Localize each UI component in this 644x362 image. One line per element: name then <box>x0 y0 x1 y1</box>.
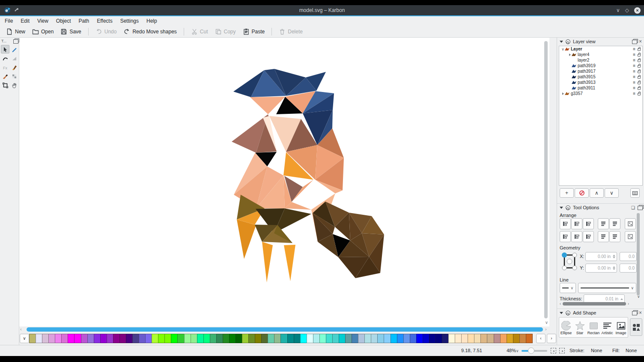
shape-ellipse[interactable]: Ellipse <box>559 321 573 335</box>
shape-star[interactable]: Star <box>573 321 587 335</box>
expander-closed-icon[interactable] <box>561 91 565 96</box>
color-swatch[interactable] <box>81 334 88 343</box>
layer-options-icon[interactable]: ≡ <box>633 58 635 62</box>
zoom-slider-thumb[interactable] <box>528 347 534 354</box>
align-left-button[interactable] <box>560 218 571 229</box>
color-swatch[interactable] <box>29 334 36 343</box>
color-swatch[interactable] <box>313 334 320 343</box>
color-swatch[interactable] <box>119 334 126 343</box>
scroll-right-icon[interactable]: › <box>628 302 629 306</box>
close-panel-icon[interactable]: × <box>639 39 642 45</box>
delete-layer-button[interactable] <box>575 188 589 198</box>
layer-row-layer4[interactable]: layer4≡ <box>559 52 642 57</box>
lock-icon[interactable] <box>638 59 641 62</box>
color-swatch[interactable] <box>210 334 217 343</box>
color-swatch[interactable] <box>487 334 494 343</box>
anchor-top-right[interactable] <box>572 253 577 257</box>
layer-row-g3357[interactable]: g3357≡ <box>559 91 642 96</box>
color-swatch[interactable] <box>384 334 391 343</box>
canvas[interactable]: ∨ <box>19 38 549 326</box>
layer-options-icon[interactable]: ≡ <box>633 47 635 51</box>
color-swatch[interactable] <box>132 334 139 343</box>
color-swatch[interactable] <box>191 334 197 343</box>
color-swatch[interactable] <box>423 334 429 343</box>
menu-settings[interactable]: Settings <box>116 17 143 25</box>
color-swatch[interactable] <box>364 334 371 343</box>
zoom-to-selection-icon[interactable] <box>551 348 556 353</box>
save-button[interactable]: Save <box>57 27 84 36</box>
color-swatch[interactable] <box>448 334 455 343</box>
color-swatch[interactable] <box>36 334 42 343</box>
color-swatch[interactable] <box>519 334 526 343</box>
tool-options-vscrollbar[interactable] <box>637 213 640 295</box>
align-right-button[interactable] <box>583 218 594 229</box>
delete-button[interactable]: Delete <box>275 27 306 36</box>
shape-image[interactable]: Image <box>614 321 628 335</box>
lock-icon[interactable] <box>638 48 641 51</box>
shade-window-icon[interactable]: ∨ <box>616 7 620 13</box>
align-bottom-button[interactable] <box>583 231 594 242</box>
menu-edit[interactable]: Edit <box>17 17 33 25</box>
scroll-down-icon[interactable]: ∨ <box>545 320 548 325</box>
calligraphy-tool[interactable] <box>10 63 18 71</box>
collapse-panel-icon[interactable] <box>560 312 563 314</box>
shape-rectan[interactable]: Rectan <box>587 321 600 335</box>
layer-row-path3919[interactable]: path3919≡ <box>559 63 642 68</box>
zoom-slider[interactable] <box>522 350 547 352</box>
color-swatch[interactable] <box>287 334 294 343</box>
anchor-top-left[interactable] <box>562 252 567 258</box>
zoom-to-page-icon[interactable] <box>559 348 565 353</box>
align-center-horizontal-button[interactable] <box>571 218 582 229</box>
lock-icon[interactable] <box>638 71 641 73</box>
color-swatch[interactable] <box>42 334 49 343</box>
color-swatch[interactable] <box>55 334 62 343</box>
menu-file[interactable]: File <box>1 17 17 25</box>
color-swatch[interactable] <box>177 334 184 343</box>
pencil-tool[interactable] <box>10 45 18 53</box>
menu-help[interactable]: Help <box>143 17 161 25</box>
float-panel-icon[interactable] <box>632 311 636 315</box>
paste-button[interactable]: Paste <box>239 27 268 36</box>
color-swatch[interactable] <box>455 334 462 343</box>
layer-row-layer2[interactable]: layer2≡ <box>559 57 642 63</box>
float-toolbox-icon[interactable] <box>13 39 18 43</box>
color-swatch[interactable] <box>326 334 333 343</box>
y-position-spinner[interactable]: 0.00 in <box>585 264 617 273</box>
menu-path[interactable]: Path <box>75 17 93 25</box>
canvas-vertical-scrollbar[interactable] <box>544 41 548 318</box>
menu-view[interactable]: View <box>33 17 52 25</box>
layer-row-path3915[interactable]: path3915≡ <box>559 74 642 80</box>
x-position-spinner[interactable]: 0.00 in <box>585 252 617 261</box>
select-tool[interactable] <box>1 45 9 53</box>
layer-options-icon[interactable]: ≡ <box>633 64 635 68</box>
tool-options-hscrollbar[interactable] <box>563 302 626 306</box>
color-swatch[interactable] <box>410 334 417 343</box>
color-swatch[interactable] <box>126 334 133 343</box>
expander-closed-icon[interactable] <box>568 52 572 57</box>
shape-collections-button[interactable] <box>630 318 642 336</box>
scroll-right-icon[interactable]: › <box>545 326 547 332</box>
redo-move-shapes-button[interactable]: Redo Move shapes <box>120 27 180 36</box>
pin-icon[interactable] <box>15 8 19 12</box>
color-swatch[interactable] <box>152 334 158 343</box>
detach-panel-icon[interactable]: ❏ <box>631 205 635 210</box>
color-swatch[interactable] <box>416 334 423 343</box>
color-swatch[interactable] <box>391 334 397 343</box>
color-swatch[interactable] <box>68 334 75 343</box>
distribute-center-vertical-button[interactable] <box>609 231 620 242</box>
frame-tool[interactable] <box>1 81 9 89</box>
color-swatch[interactable] <box>255 334 262 343</box>
zoom-level[interactable]: 48% <box>507 348 516 353</box>
fill-value[interactable]: None <box>626 348 637 353</box>
lock-icon[interactable] <box>638 54 641 56</box>
layer-options-icon[interactable]: ≡ <box>633 80 635 84</box>
menu-effects[interactable]: Effects <box>93 17 116 25</box>
color-swatch[interactable] <box>158 334 165 343</box>
color-swatch[interactable] <box>371 334 378 343</box>
close-window-icon[interactable]: × <box>634 7 641 14</box>
color-swatch[interactable] <box>164 334 171 343</box>
color-swatch[interactable] <box>307 334 313 343</box>
color-swatch[interactable] <box>339 334 346 343</box>
color-swatch[interactable] <box>474 334 481 343</box>
color-swatch[interactable] <box>280 334 287 343</box>
